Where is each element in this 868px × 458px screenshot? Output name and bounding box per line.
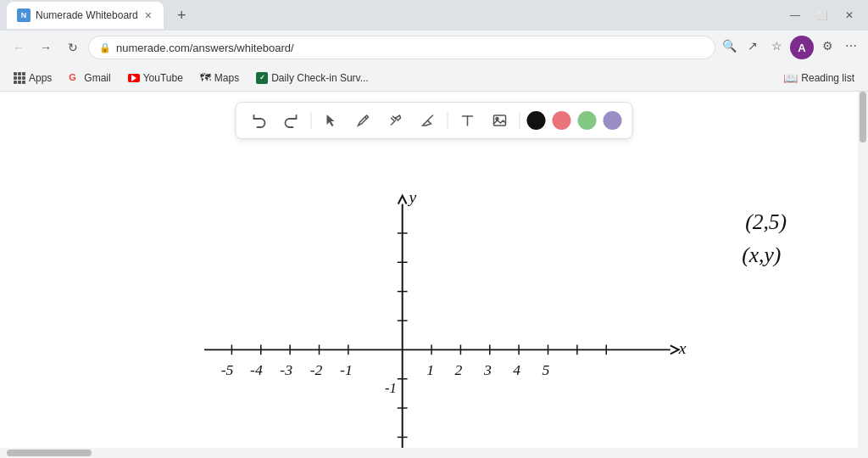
toolbar-separator-3 bbox=[520, 112, 520, 129]
menu-icon-btn[interactable]: ⋯ bbox=[841, 36, 861, 56]
content-area: -5 -4 -3 -2 -1 -1 1 2 3 4 5 bbox=[0, 92, 868, 458]
svg-text:1: 1 bbox=[426, 361, 434, 378]
reading-list-label: Reading list bbox=[801, 72, 854, 84]
address-bar-row: ← → ↻ 🔒 numerade.com/answers/whiteboard/… bbox=[0, 31, 868, 64]
maps-icon: 🗺 bbox=[200, 71, 211, 84]
new-tab-button[interactable]: + bbox=[170, 3, 193, 28]
select-tool-button[interactable] bbox=[319, 108, 344, 133]
svg-text:2: 2 bbox=[455, 361, 463, 378]
address-actions: 🔍 ↗ ☆ A ⚙ ⋯ bbox=[719, 36, 861, 59]
bookmark-checkin-label: Daily Check-in Surv... bbox=[271, 72, 368, 84]
share-icon-btn[interactable]: ↗ bbox=[743, 36, 763, 56]
redo-button[interactable] bbox=[279, 108, 304, 133]
apps-icon bbox=[14, 72, 25, 84]
url-text: numerade.com/answers/whiteboard/ bbox=[116, 42, 704, 54]
svg-line-1 bbox=[392, 120, 396, 125]
tab-title: Numerade Whiteboard bbox=[36, 9, 138, 21]
svg-text:(2,5): (2,5) bbox=[745, 209, 787, 234]
scrollbar-thumb-vertical[interactable] bbox=[860, 92, 866, 142]
lock-icon: 🔒 bbox=[99, 42, 111, 53]
pen-tool-button[interactable] bbox=[351, 108, 376, 133]
svg-text:y: y bbox=[408, 188, 417, 206]
image-tool-button[interactable] bbox=[487, 108, 513, 133]
svg-line-3 bbox=[393, 116, 396, 119]
svg-text:-2: -2 bbox=[310, 361, 323, 378]
bookmarks-bar: Apps G Gmail YouTube 🗺 Maps ✓ Daily Chec… bbox=[0, 64, 868, 92]
eraser-tool-button[interactable] bbox=[415, 108, 441, 133]
svg-text:(x,y): (x,y) bbox=[742, 243, 781, 267]
tab-favicon: N bbox=[17, 8, 31, 22]
bookmark-gmail-label: Gmail bbox=[84, 72, 110, 84]
active-tab[interactable]: N Numerade Whiteboard × bbox=[7, 2, 164, 29]
color-black-button[interactable] bbox=[527, 111, 546, 130]
whiteboard[interactable]: -5 -4 -3 -2 -1 -1 1 2 3 4 5 bbox=[0, 92, 868, 458]
svg-point-7 bbox=[496, 118, 498, 120]
bookmark-youtube-label: YouTube bbox=[143, 72, 183, 84]
youtube-icon bbox=[128, 74, 140, 82]
horizontal-scrollbar[interactable] bbox=[0, 448, 858, 458]
svg-text:4: 4 bbox=[513, 361, 520, 378]
toolbar-separator-2 bbox=[448, 112, 448, 129]
color-green-button[interactable] bbox=[578, 111, 597, 130]
window-maximize-button[interactable]: ⬜ bbox=[810, 3, 834, 27]
svg-text:-1: -1 bbox=[385, 380, 397, 396]
bookmark-apps-label: Apps bbox=[29, 72, 52, 84]
extensions-icon-btn[interactable]: ⚙ bbox=[817, 36, 837, 56]
bookmark-apps[interactable]: Apps bbox=[7, 70, 58, 87]
svg-text:5: 5 bbox=[542, 361, 550, 378]
favorites-icon-btn[interactable]: ☆ bbox=[766, 36, 787, 56]
browser-window: N Numerade Whiteboard × + — ⬜ ✕ ← → ↻ 🔒 … bbox=[0, 0, 868, 458]
bookmark-gmail[interactable]: G Gmail bbox=[62, 70, 117, 87]
vertical-scrollbar[interactable] bbox=[858, 92, 868, 458]
address-bar[interactable]: 🔒 numerade.com/answers/whiteboard/ bbox=[88, 36, 715, 59]
coordinate-graph: -5 -4 -3 -2 -1 -1 1 2 3 4 5 bbox=[0, 92, 868, 458]
scrollbar-thumb-horizontal[interactable] bbox=[7, 450, 92, 456]
gmail-icon: G bbox=[69, 72, 81, 84]
tab-close-button[interactable]: × bbox=[143, 7, 153, 24]
bookmark-youtube[interactable]: YouTube bbox=[121, 70, 190, 87]
search-icon-btn[interactable]: 🔍 bbox=[719, 36, 739, 56]
drawing-toolbar bbox=[236, 102, 633, 139]
svg-text:x: x bbox=[678, 339, 687, 357]
svg-text:3: 3 bbox=[483, 361, 492, 378]
back-button[interactable]: ← bbox=[7, 36, 31, 59]
svg-text:-3: -3 bbox=[280, 361, 292, 378]
bookmark-maps-label: Maps bbox=[214, 72, 239, 84]
window-minimize-button[interactable]: — bbox=[783, 3, 807, 27]
svg-line-2 bbox=[392, 118, 394, 120]
refresh-button[interactable]: ↻ bbox=[61, 36, 85, 59]
svg-text:-1: -1 bbox=[340, 361, 353, 378]
color-pink-button[interactable] bbox=[553, 111, 571, 130]
svg-text:-5: -5 bbox=[221, 361, 234, 378]
title-bar: N Numerade Whiteboard × + — ⬜ ✕ bbox=[0, 0, 868, 31]
window-close-button[interactable]: ✕ bbox=[837, 3, 861, 27]
toolbar-separator-1 bbox=[311, 112, 312, 129]
undo-button[interactable] bbox=[247, 108, 272, 133]
color-purple-button[interactable] bbox=[604, 111, 622, 130]
forward-button[interactable]: → bbox=[34, 36, 58, 59]
reading-list-button[interactable]: 📖 Reading list bbox=[776, 69, 861, 87]
reading-list-icon: 📖 bbox=[783, 71, 798, 85]
bookmark-maps[interactable]: 🗺 Maps bbox=[193, 69, 246, 87]
svg-text:-4: -4 bbox=[250, 361, 263, 378]
tools-button[interactable] bbox=[383, 108, 409, 133]
checkin-icon: ✓ bbox=[256, 72, 268, 84]
profile-avatar[interactable]: A bbox=[790, 36, 814, 59]
bookmark-checkin[interactable]: ✓ Daily Check-in Surv... bbox=[249, 70, 375, 87]
text-tool-button[interactable] bbox=[455, 108, 481, 133]
